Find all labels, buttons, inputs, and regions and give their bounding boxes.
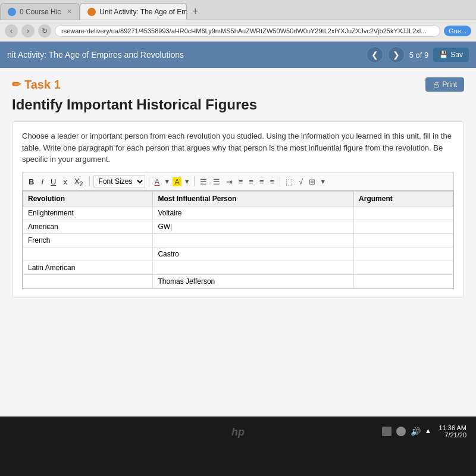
prev-page-button[interactable]: ❮	[367, 46, 383, 63]
toolbar-underline[interactable]: U	[48, 176, 58, 187]
guest-button[interactable]: Gue...	[444, 26, 471, 36]
taskbar-system-icon-2[interactable]	[396, 427, 406, 436]
toolbar-list-ul[interactable]: ☰	[198, 176, 209, 187]
tab-bar: 0 Course Hic ✕ Unit Activity: The Age of…	[0, 0, 476, 20]
table-header-row: Revolution Most Influential Person Argum…	[23, 192, 453, 206]
toolbar-bold[interactable]: B	[26, 176, 36, 187]
cell-revolution-1[interactable]: American	[23, 220, 153, 234]
cell-revolution-4[interactable]: Latin American	[23, 261, 153, 275]
cell-person-0[interactable]: Voltaire	[153, 206, 354, 220]
save-button[interactable]: 💾 Sav	[433, 48, 469, 62]
cell-person-5[interactable]: Thomas Jefferson	[153, 275, 354, 289]
instruction-text: Choose a leader or important person from…	[22, 130, 454, 165]
screen: 0 Course Hic ✕ Unit Activity: The Age of…	[0, 0, 476, 446]
table-row: Castro	[23, 248, 453, 261]
toolbar-align-justify[interactable]: ≡	[268, 176, 277, 187]
refresh-button[interactable]: ↻	[38, 24, 51, 37]
rte-toolbar: B I U x X2 Font Sizes A ▼ A ▼ ☰ ☰	[22, 173, 454, 191]
table-row: American GW	[23, 220, 453, 234]
taskbar-date: 7/21/20	[439, 431, 466, 439]
toolbar-divider-4	[280, 177, 280, 186]
pencil-icon: ✏	[12, 78, 21, 91]
table-container: Revolution Most Influential Person Argum…	[22, 190, 454, 289]
cell-argument-5[interactable]	[354, 275, 453, 289]
tab-unit-activity-label: Unit Activity: The Age of Empir...	[99, 8, 187, 16]
taskbar: hp 🔊 ▲ 11:36 AM 7/21/20	[0, 416, 476, 446]
cell-person-4[interactable]	[153, 261, 354, 275]
main-title: Identify Important Historical Figures	[12, 96, 464, 113]
cell-person-1[interactable]: GW	[153, 220, 354, 234]
toolbar-strikethrough[interactable]: x	[61, 176, 70, 187]
taskbar-time: 11:36 AM 7/21/20	[439, 424, 466, 439]
toolbar-image[interactable]: ⬚	[284, 176, 295, 187]
toolbar-align-center[interactable]: ≡	[247, 176, 255, 187]
toolbar-align-right[interactable]: ≡	[258, 176, 266, 187]
tab-add-button[interactable]: +	[187, 3, 203, 20]
tab-close-1[interactable]: ✕	[67, 8, 72, 15]
cell-argument-1[interactable]	[354, 220, 453, 234]
toolbar-formula[interactable]: √	[297, 176, 305, 187]
table-row: French	[23, 234, 453, 248]
cell-revolution-2[interactable]: French	[23, 234, 153, 248]
toolbar-subscript[interactable]: X2	[72, 176, 86, 189]
tab-icon-blue	[8, 8, 16, 16]
col-header-person: Most Influential Person	[153, 192, 354, 206]
page-header: nit Activity: The Age of Empires and Rev…	[0, 42, 476, 68]
cell-argument-0[interactable]	[354, 206, 453, 220]
toolbar-font-sizes[interactable]: Font Sizes	[93, 176, 145, 187]
save-label: Sav	[450, 51, 463, 59]
cell-revolution-0[interactable]: Enlightenment	[23, 206, 153, 220]
url-input[interactable]: rseware-delivery/ua/89271/45358993/aHR0c…	[55, 25, 440, 37]
cell-person-3[interactable]: Castro	[153, 248, 354, 261]
content-table: Revolution Most Influential Person Argum…	[23, 191, 453, 289]
page-title: nit Activity: The Age of Empires and Rev…	[7, 50, 362, 60]
taskbar-system-icon-1[interactable]	[382, 427, 392, 436]
cell-argument-2[interactable]	[354, 234, 453, 248]
table-row: Latin American	[23, 261, 453, 275]
toolbar-font-color[interactable]: A	[153, 176, 162, 187]
content-area: ✏ Task 1 🖨 Print Identify Important Hist…	[0, 68, 476, 446]
toolbar-table[interactable]: ⊞	[307, 176, 317, 187]
toolbar-italic[interactable]: I	[39, 176, 46, 187]
next-page-button[interactable]: ❯	[388, 46, 405, 63]
print-icon: 🖨	[433, 80, 440, 89]
task-label-text: Task 1	[24, 78, 61, 92]
taskbar-icons: 🔊 ▲	[382, 427, 434, 436]
cell-argument-4[interactable]	[354, 261, 453, 275]
toolbar-align-left[interactable]: ≡	[237, 176, 245, 187]
toolbar-divider-1	[89, 177, 90, 186]
hp-logo: hp	[226, 422, 250, 441]
print-button[interactable]: 🖨 Print	[425, 77, 464, 92]
taskbar-network-icon[interactable]: ▲	[425, 427, 434, 436]
task-label: ✏ Task 1	[12, 78, 61, 92]
page-counter: 5 of 9	[409, 51, 429, 60]
cell-revolution-5[interactable]	[23, 275, 153, 289]
forward-button[interactable]: ›	[21, 24, 35, 37]
browser-window: 0 Course Hic ✕ Unit Activity: The Age of…	[0, 0, 476, 446]
taskbar-volume-icon[interactable]: 🔊	[411, 427, 420, 436]
address-bar: ‹ › ↻ rseware-delivery/ua/89271/45358993…	[0, 20, 476, 42]
toolbar-divider-2	[149, 177, 149, 186]
taskbar-clock: 11:36 AM	[439, 424, 466, 431]
task-header: ✏ Task 1 🖨 Print	[12, 77, 464, 92]
col-header-revolution: Revolution	[23, 192, 153, 206]
tab-icon-orange	[87, 8, 96, 16]
toolbar-list-ol[interactable]: ☰	[211, 176, 222, 187]
print-label: Print	[442, 80, 457, 89]
instruction-box: Choose a leader or important person from…	[12, 121, 464, 298]
cell-argument-3[interactable]	[354, 248, 453, 261]
table-row: Enlightenment Voltaire	[23, 206, 453, 220]
cell-revolution-3[interactable]	[23, 248, 153, 261]
col-header-argument: Argument	[354, 192, 453, 206]
tab-course-hic[interactable]: 0 Course Hic ✕	[0, 3, 80, 20]
table-row: Thomas Jefferson	[23, 275, 453, 289]
tab-unit-activity[interactable]: Unit Activity: The Age of Empir... ✕	[80, 3, 187, 20]
toolbar-indent-in[interactable]: ⇥	[224, 176, 234, 187]
toolbar-divider-3	[194, 177, 195, 186]
back-button[interactable]: ‹	[5, 24, 18, 37]
cell-person-2[interactable]	[153, 234, 354, 248]
toolbar-highlight[interactable]: A	[173, 177, 181, 186]
tab-course-hic-label: 0 Course Hic	[20, 8, 61, 16]
save-icon: 💾	[439, 51, 448, 59]
